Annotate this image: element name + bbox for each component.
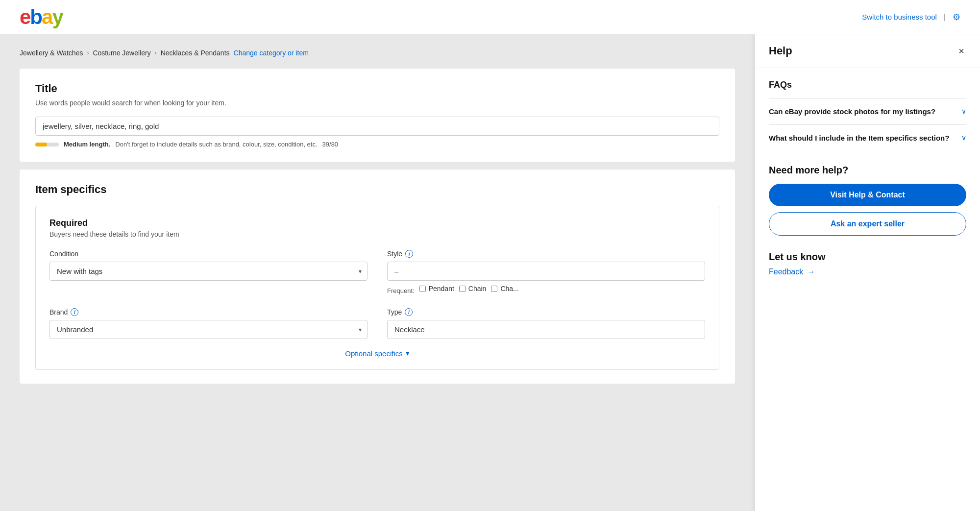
condition-label: Condition [49,250,368,258]
optional-specifics[interactable]: Optional specifics ▾ [49,349,705,358]
header-right: Switch to business tool | ⚙ [862,12,960,23]
content-area: Jewellery & Watches › Costume Jewellery … [0,34,755,511]
cha-checkbox[interactable] [491,286,497,292]
title-heading: Title [35,82,719,95]
condition-select[interactable]: New with tags New without tags New with … [49,262,368,281]
length-count: 39/80 [322,141,339,148]
ask-expert-button[interactable]: Ask an expert seller [769,212,966,236]
brand-select[interactable]: Unbranded Other [49,320,368,339]
style-input[interactable] [387,262,705,281]
frequent-tag-cha[interactable]: Cha... [491,285,518,292]
pendant-label: Pendant [429,285,454,292]
required-title: Required [49,218,705,228]
faq-chevron-1: ∨ [961,107,966,115]
pendant-checkbox[interactable] [419,286,426,292]
ebay-logo: ebay [20,5,63,29]
let-us-know-title: Let us know [769,251,966,263]
faq-item-1[interactable]: Can eBay provide stock photos for my lis… [769,98,966,124]
breadcrumb-item-3: Necklaces & Pendants [161,49,230,57]
let-us-know: Let us know Feedback → [769,251,966,276]
main-container: Jewellery & Watches › Costume Jewellery … [0,34,980,511]
brand-select-wrapper: Unbranded Other ▾ [49,320,368,339]
feedback-link[interactable]: Feedback → [769,268,966,276]
help-panel: Help × FAQs Can eBay provide stock photo… [755,34,980,511]
cha-label: Cha... [500,285,518,292]
item-specifics-heading: Item specifics [35,183,719,196]
frequent-tag-pendant[interactable]: Pendant [419,285,454,292]
feedback-label: Feedback [769,268,803,276]
required-subtitle: Buyers need these details to find your i… [49,230,705,238]
title-section: Title Use words people would search for … [20,69,735,162]
faqs-title: FAQs [769,80,966,90]
title-input[interactable] [35,117,719,136]
style-field-group: Style i Frequent: Pendant [387,250,705,296]
type-field-group: Type i [387,308,705,339]
breadcrumb-item-1: Jewellery & Watches [20,49,83,57]
condition-field-group: Condition New with tags New without tags… [49,250,368,296]
item-specifics-section: Item specifics Required Buyers need thes… [20,170,735,384]
visit-help-button[interactable]: Visit Help & Contact [769,184,966,206]
length-detail: Don't forget to include details such as … [115,141,317,148]
frequent-tag-chain[interactable]: Chain [459,285,487,292]
breadcrumb-chevron-1: › [87,49,89,56]
switch-business-link[interactable]: Switch to business tool [862,13,937,21]
need-more-title: Need more help? [769,165,966,176]
style-label: Style i [387,250,705,258]
faq-question-1: Can eBay provide stock photos for my lis… [769,106,956,117]
close-button[interactable]: × [956,44,966,58]
brand-label: Brand i [49,308,368,316]
frequent-label: Frequent: [387,287,415,294]
breadcrumb-chevron-2: › [155,49,157,56]
breadcrumb: Jewellery & Watches › Costume Jewellery … [20,49,735,57]
feedback-arrow: → [807,268,815,276]
type-input[interactable] [387,320,705,339]
length-indicator: Medium length. Don't forget to include d… [35,141,719,148]
header-divider: | [944,13,946,22]
length-text: Medium length. [64,141,110,148]
gear-icon[interactable]: ⚙ [953,12,960,23]
required-section: Required Buyers need these details to fi… [35,206,719,370]
breadcrumb-item-2: Costume Jewellery [93,49,150,57]
faq-item-2[interactable]: What should I include in the Item specif… [769,124,966,151]
help-header: Help × [755,34,980,68]
frequent-row: Frequent: Pendant Chain Ch [387,285,705,296]
change-category-link[interactable]: Change category or item [234,49,309,57]
fields-grid: Condition New with tags New without tags… [49,250,705,339]
optional-specifics-label: Optional specifics [345,349,403,358]
progress-bar-fill [35,143,47,146]
condition-select-wrapper: New with tags New without tags New with … [49,262,368,281]
help-title: Help [769,45,792,57]
type-label: Type i [387,308,705,316]
type-info-icon[interactable]: i [405,308,413,316]
faq-question-2: What should I include in the Item specif… [769,133,956,143]
progress-bar-container [35,143,59,146]
need-more-help: Need more help? Visit Help & Contact Ask… [769,165,966,236]
faq-chevron-2: ∨ [961,134,966,142]
header: ebay Switch to business tool | ⚙ [0,0,980,34]
optional-specifics-chevron: ▾ [406,349,410,358]
brand-field-group: Brand i Unbranded Other ▾ [49,308,368,339]
chain-checkbox[interactable] [459,286,466,292]
help-body: FAQs Can eBay provide stock photos for m… [755,68,980,511]
brand-info-icon[interactable]: i [71,308,78,316]
title-subtitle: Use words people would search for when l… [35,99,719,107]
style-info-icon[interactable]: i [405,250,413,258]
chain-label: Chain [468,285,487,292]
